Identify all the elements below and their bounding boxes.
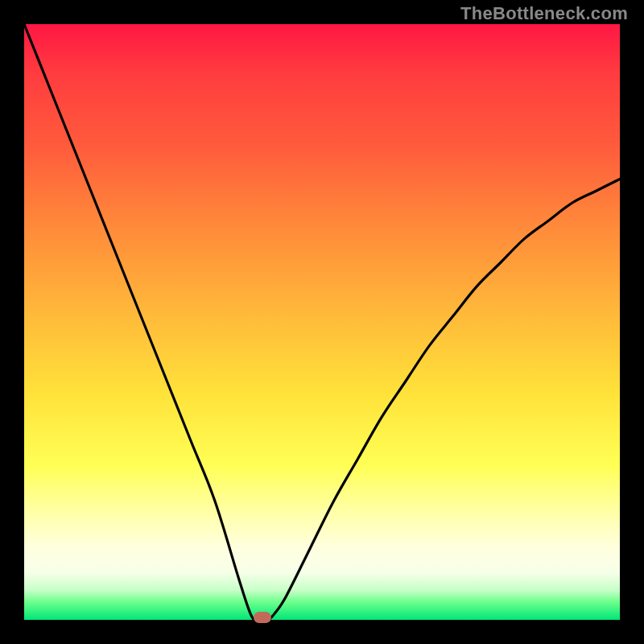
- watermark-text: TheBottleneck.com: [460, 3, 628, 24]
- bottleneck-curve: [24, 24, 620, 620]
- plot-area: [24, 24, 620, 620]
- minimum-marker: [254, 612, 271, 623]
- chart-frame: TheBottleneck.com: [0, 0, 644, 644]
